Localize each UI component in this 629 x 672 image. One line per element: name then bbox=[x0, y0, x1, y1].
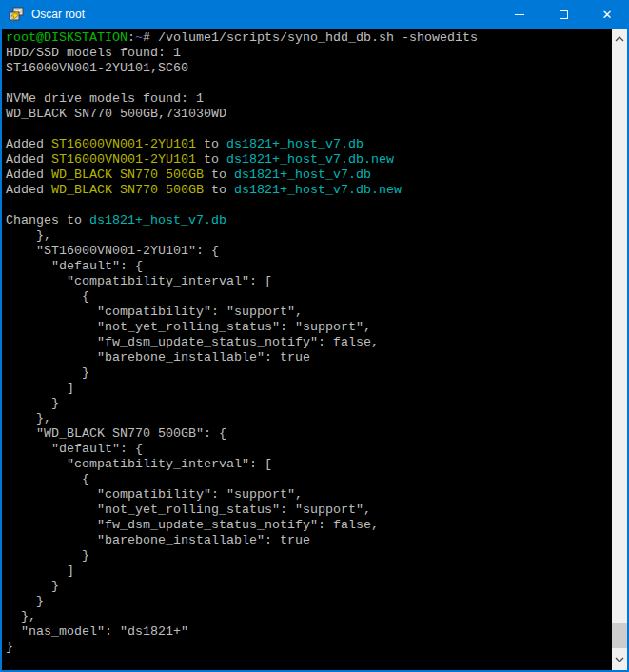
terminal-text-segment: Added bbox=[6, 137, 51, 151]
terminal-text-segment: "not_yet_rolling_status": "support", bbox=[6, 503, 371, 517]
terminal-text-segment: "compatibility_interval": [ bbox=[6, 274, 272, 288]
terminal-line: "barebone_installable": true bbox=[6, 350, 612, 366]
terminal-line: Added ST16000VN001-2YU101 to ds1821+_hos… bbox=[6, 137, 612, 152]
terminal-text-segment: "compatibility": "support", bbox=[6, 305, 303, 319]
terminal-text-segment: "default": { bbox=[6, 442, 143, 456]
terminal-output[interactable]: root@DISKSTATION:~# /volume1/scripts/syn… bbox=[2, 29, 612, 670]
terminal-text-segment: ] bbox=[6, 563, 74, 578]
terminal-line: Added WD_BLACK SN770 500GB to ds1821+_ho… bbox=[6, 168, 612, 183]
terminal-text-segment: } bbox=[6, 579, 59, 593]
terminal-line: HDD/SSD models found: 1 bbox=[6, 46, 612, 61]
terminal-line: "not_yet_rolling_status": "support", bbox=[6, 503, 612, 518]
terminal-line: Changes to ds1821+_host_v7.db bbox=[6, 213, 612, 228]
maximize-button[interactable] bbox=[541, 0, 585, 29]
terminal-text-segment: ST16000VN001-2YU101 bbox=[51, 137, 196, 151]
terminal-text-segment: ST16000VN001-2YU101,SC60 bbox=[6, 61, 188, 75]
terminal-line: Added WD_BLACK SN770 500GB to ds1821+_ho… bbox=[6, 183, 612, 198]
terminal-text-segment: WD_BLACK SN770 500GB bbox=[51, 168, 204, 182]
terminal-text-segment: "not_yet_rolling_status": "support", bbox=[6, 320, 371, 334]
terminal-line: "fw_dsm_update_status_notify": false, bbox=[6, 335, 612, 350]
terminal-line: "ST16000VN001-2YU101": { bbox=[6, 244, 612, 259]
terminal-line: WD_BLACK SN770 500GB,731030WD bbox=[6, 107, 612, 122]
terminal-text-segment: Added bbox=[6, 183, 51, 197]
terminal-line: } bbox=[6, 594, 612, 609]
terminal-text-segment: WD_BLACK SN770 500GB bbox=[51, 183, 204, 197]
scrollbar-thumb[interactable] bbox=[612, 623, 627, 648]
terminal-text-segment: ds1821+_host_v7.db bbox=[234, 168, 371, 182]
terminal-text-segment: "nas_model": "ds1821+" bbox=[6, 624, 188, 639]
terminal-text-segment: }, bbox=[6, 411, 51, 425]
terminal-line: NVMe drive models found: 1 bbox=[6, 91, 612, 107]
terminal-line: }, bbox=[6, 228, 612, 244]
titlebar[interactable]: Oscar root ✕ bbox=[0, 0, 629, 29]
terminal-text-segment: ds1821+_host_v7.db.new bbox=[226, 152, 394, 167]
terminal-text-segment: root@DISKSTATION bbox=[6, 30, 128, 45]
minimize-icon bbox=[515, 14, 524, 15]
terminal-text-segment: ds1821+_host_v7.db.new bbox=[234, 183, 402, 197]
terminal-text-segment: Changes to bbox=[6, 213, 89, 227]
terminal-text-segment: Added bbox=[6, 152, 51, 167]
terminal-line: "default": { bbox=[6, 442, 612, 457]
terminal-text-segment: Added bbox=[6, 168, 51, 182]
terminal-line: } bbox=[6, 640, 612, 655]
terminal-text-segment: HDD/SSD models found: 1 bbox=[6, 46, 181, 60]
terminal-line: "compatibility": "support", bbox=[6, 305, 612, 320]
terminal-text-segment: { bbox=[6, 289, 89, 304]
terminal-line: { bbox=[6, 289, 612, 305]
terminal-line bbox=[6, 76, 612, 91]
terminal-text-segment: to bbox=[204, 168, 234, 182]
terminal-text-segment: : bbox=[128, 30, 135, 45]
window-title: Oscar root bbox=[31, 8, 498, 21]
terminal-line: root@DISKSTATION:~# /volume1/scripts/syn… bbox=[6, 30, 612, 46]
terminal-text-segment: # /volume1/scripts/syno_hdd_db.sh -showe… bbox=[143, 30, 478, 45]
terminal-line: "nas_model": "ds1821+" bbox=[6, 624, 612, 640]
terminal-line: ST16000VN001-2YU101,SC60 bbox=[6, 61, 612, 76]
terminal-text-segment: to bbox=[204, 183, 234, 197]
terminal-text-segment: ~ bbox=[135, 30, 143, 45]
terminal-line: { bbox=[6, 472, 612, 487]
terminal-line: "fw_dsm_update_status_notify": false, bbox=[6, 518, 612, 533]
terminal-text-segment: "compatibility": "support", bbox=[6, 487, 303, 502]
terminal-line: "barebone_installable": true bbox=[6, 533, 612, 548]
terminal-text-segment: "barebone_installable": true bbox=[6, 350, 310, 365]
terminal-text-segment: "default": { bbox=[6, 259, 143, 273]
terminal-text-segment: "ST16000VN001-2YU101": { bbox=[6, 244, 219, 258]
window-controls: ✕ bbox=[498, 0, 629, 29]
close-button[interactable]: ✕ bbox=[585, 0, 629, 29]
putty-app-icon bbox=[9, 7, 24, 22]
terminal-line: "default": { bbox=[6, 259, 612, 274]
minimize-button[interactable] bbox=[498, 0, 541, 29]
terminal-text-segment: { bbox=[6, 472, 89, 486]
terminal-text-segment: WD_BLACK SN770 500GB,731030WD bbox=[6, 107, 226, 121]
terminal-text-segment: ] bbox=[6, 381, 74, 395]
putty-window: Oscar root ✕ root@DISKSTATION:~# /volume… bbox=[0, 0, 629, 672]
terminal-line: "WD_BLACK SN770 500GB": { bbox=[6, 426, 612, 442]
terminal-text-segment: "compatibility_interval": [ bbox=[6, 457, 272, 471]
vertical-scrollbar[interactable] bbox=[612, 29, 627, 670]
terminal-line: Added ST16000VN001-2YU101 to ds1821+_hos… bbox=[6, 152, 612, 168]
terminal-line: "compatibility_interval": [ bbox=[6, 457, 612, 472]
terminal-text-segment: "fw_dsm_update_status_notify": false, bbox=[6, 335, 379, 349]
terminal-line: } bbox=[6, 579, 612, 594]
terminal-text-segment: ds1821+_host_v7.db bbox=[89, 213, 226, 227]
terminal-text-segment: NVMe drive models found: 1 bbox=[6, 91, 204, 106]
terminal-text-segment: to bbox=[196, 152, 226, 167]
terminal-text-segment: } bbox=[6, 366, 89, 380]
scrollbar-down-arrow[interactable] bbox=[612, 652, 627, 667]
terminal-line bbox=[6, 198, 612, 213]
terminal-line: } bbox=[6, 396, 612, 411]
terminal-text-segment: } bbox=[6, 594, 44, 608]
terminal-text-segment: } bbox=[6, 640, 13, 654]
terminal-text-segment: }, bbox=[6, 228, 51, 243]
terminal-line: "not_yet_rolling_status": "support", bbox=[6, 320, 612, 335]
terminal-text-segment: "WD_BLACK SN770 500GB": { bbox=[6, 426, 226, 441]
terminal-text-segment: } bbox=[6, 396, 59, 410]
terminal-text-segment: } bbox=[6, 548, 89, 563]
terminal-text-segment: "barebone_installable": true bbox=[6, 533, 310, 547]
terminal-text-segment: ST16000VN001-2YU101 bbox=[51, 152, 196, 167]
terminal-line: ] bbox=[6, 563, 612, 579]
maximize-icon bbox=[560, 10, 568, 19]
window-body: root@DISKSTATION:~# /volume1/scripts/syn… bbox=[2, 29, 627, 670]
scrollbar-up-arrow[interactable] bbox=[612, 31, 627, 47]
terminal-text-segment: "fw_dsm_update_status_notify": false, bbox=[6, 518, 379, 532]
